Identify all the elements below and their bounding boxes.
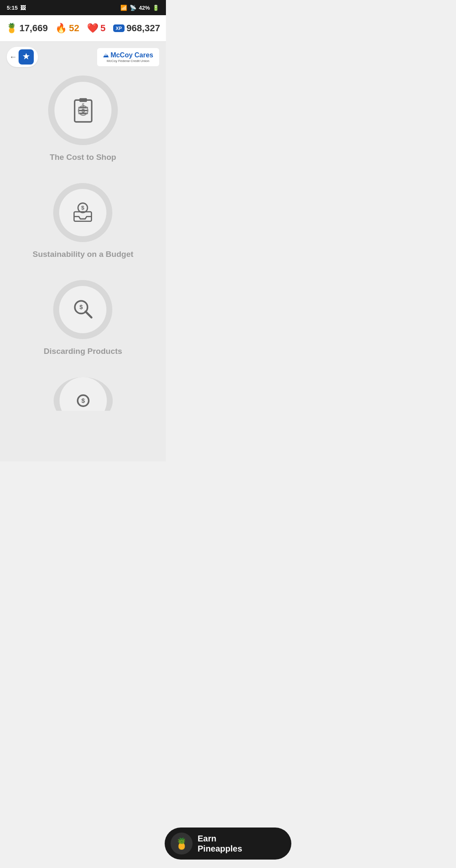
fire-icon: 🔥 [55, 23, 67, 34]
status-bar: 5:15 🖼 📶 📡 42% 🔋 [0, 0, 166, 15]
status-left: 5:15 🖼 [7, 5, 26, 11]
signal-icon: 📡 [130, 5, 136, 11]
svg-text:$: $ [81, 102, 84, 108]
pineapple-value: 17,669 [19, 23, 48, 34]
back-arrow-icon: ← [9, 53, 17, 61]
inbox-dollar-icon: $ [70, 200, 95, 225]
module-circle-inner-3: $ [59, 286, 106, 333]
content-header: ← ⛰ McCoy Cares McCoy Federal Credit Uni… [0, 42, 166, 67]
module-circle-outer-1: $ $ [48, 75, 118, 145]
clipboard-dollar-icon: $ $ [68, 95, 98, 126]
module-circle-outer-2: $ [53, 183, 112, 242]
fire-stat: 🔥 52 [55, 23, 79, 34]
photo-icon: 🖼 [20, 5, 26, 11]
battery-display: 42% [139, 5, 150, 11]
module-label-1: The Cost to Shop [50, 153, 116, 162]
xp-badge: XP [113, 24, 125, 32]
badge-icon [19, 49, 34, 65]
module-circle-inner-2: $ [59, 189, 106, 236]
module-label-3: Discarding Products [44, 347, 122, 356]
status-right: 📶 📡 42% 🔋 [120, 5, 159, 11]
xp-stat: XP 968,327 [113, 23, 160, 34]
pineapple-icon: 🍍 [6, 23, 17, 34]
svg-rect-1 [79, 98, 87, 102]
module-circle-inner-4: $ [60, 377, 107, 411]
module-label-2: Sustainability on a Budget [33, 250, 133, 259]
main-content: ← ⛰ McCoy Cares McCoy Federal Credit Uni… [0, 42, 166, 461]
logo-subtitle: McCoy Federal Credit Union [107, 59, 149, 63]
logo-mountain-icon: ⛰ [103, 52, 109, 59]
heart-stat: ❤️ 5 [87, 23, 106, 34]
heart-icon: ❤️ [87, 23, 98, 34]
module-circle-outer-3: $ [53, 280, 112, 339]
pineapple-stat: 🍍 17,669 [6, 23, 48, 34]
sponsor-logo: ⛰ McCoy Cares McCoy Federal Credit Union [97, 48, 159, 66]
svg-text:$: $ [81, 107, 85, 113]
xp-value: 968,327 [127, 23, 160, 34]
module-cost-to-shop[interactable]: $ $ The Cost to Shop [48, 71, 118, 162]
svg-text:$: $ [81, 397, 85, 404]
module-discarding[interactable]: $ Discarding Products [44, 280, 122, 356]
back-button[interactable]: ← [7, 47, 38, 67]
svg-line-12 [86, 312, 92, 318]
stats-bar: 🍍 17,669 🔥 52 ❤️ 5 XP 968,327 [0, 15, 166, 42]
fire-value: 52 [69, 23, 79, 34]
svg-text:$: $ [81, 205, 85, 211]
svg-text:$: $ [80, 304, 83, 310]
module-sustainability[interactable]: $ Sustainability on a Budget [33, 183, 133, 259]
module-circle-outer-4: $ [54, 377, 113, 411]
module-partial[interactable]: $ [54, 377, 113, 411]
modules-list: $ $ The Cost to Shop $ [0, 67, 166, 419]
wifi-icon: 📶 [120, 5, 127, 11]
module-circle-inner-1: $ $ [54, 82, 111, 139]
time-display: 5:15 [7, 5, 18, 11]
logo-name: McCoy Cares [111, 51, 153, 59]
battery-icon: 🔋 [152, 5, 159, 11]
heart-value: 5 [100, 23, 106, 34]
module-partial-icon: $ [71, 388, 96, 411]
search-dollar-icon: $ [70, 297, 95, 322]
